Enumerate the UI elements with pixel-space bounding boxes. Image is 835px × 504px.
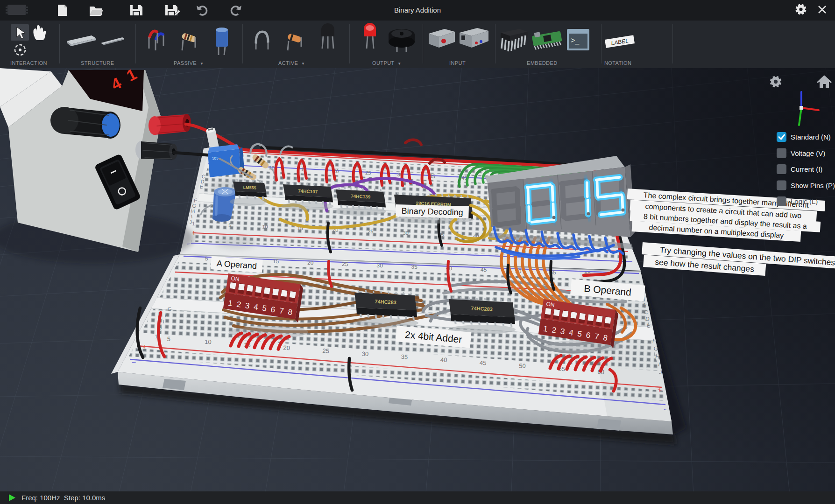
svg-text:40: 40 (440, 356, 447, 364)
svg-text:25: 25 (365, 170, 371, 176)
svg-text:E: E (199, 183, 204, 189)
svg-text:G: G (167, 306, 172, 312)
svg-text:5: 5 (205, 255, 209, 262)
svg-text:20: 20 (307, 259, 314, 266)
svg-text:74HC283: 74HC283 (375, 299, 396, 305)
svg-text:74HC107: 74HC107 (298, 188, 318, 194)
svg-text:74HC139: 74HC139 (351, 193, 371, 199)
svg-text:5: 5 (228, 222, 232, 228)
svg-text:LM555: LM555 (243, 185, 256, 190)
svg-text:45: 45 (480, 359, 487, 367)
svg-text:Binary Addition: Binary Addition (394, 6, 441, 14)
svg-text:10: 10 (262, 224, 268, 230)
svg-text:25: 25 (342, 261, 348, 268)
svg-text:H: H (164, 312, 169, 318)
svg-text:Current (I): Current (I) (791, 165, 822, 173)
svg-text:35: 35 (401, 353, 408, 361)
svg-text:30: 30 (403, 230, 409, 236)
svg-text:30: 30 (376, 262, 383, 269)
svg-text:−: − (131, 358, 136, 366)
svg-text:Standard (N): Standard (N) (791, 133, 831, 141)
svg-text:10: 10 (205, 338, 212, 346)
svg-text:25: 25 (368, 229, 374, 235)
svg-text:Logic (L): Logic (L) (791, 197, 818, 205)
svg-text:ON: ON (231, 275, 240, 283)
svg-text:Freq: 100Hz Step: 10.0ms: Freq: 100Hz Step: 10.0ms (21, 494, 105, 502)
svg-text:74HC283: 74HC283 (471, 305, 493, 312)
svg-text:35: 35 (411, 264, 418, 271)
svg-text:Voltage (V): Voltage (V) (791, 149, 825, 157)
svg-text:H: H (191, 208, 195, 214)
svg-text:Binary Decoding: Binary Decoding (401, 206, 463, 217)
svg-text:45: 45 (481, 266, 487, 273)
svg-text:+: + (142, 343, 148, 352)
svg-text:15: 15 (273, 258, 279, 265)
svg-text:1: 1 (192, 221, 195, 226)
svg-text:ON: ON (546, 301, 555, 308)
svg-text:50: 50 (519, 362, 526, 370)
svg-text:5: 5 (167, 335, 170, 342)
svg-text:>_: >_ (571, 36, 580, 45)
svg-text:30: 30 (361, 350, 368, 357)
svg-text:103: 103 (212, 156, 219, 161)
svg-text:25: 25 (322, 347, 329, 355)
svg-text:Show Pins (P): Show Pins (P) (791, 182, 835, 189)
svg-text:20: 20 (283, 344, 290, 352)
